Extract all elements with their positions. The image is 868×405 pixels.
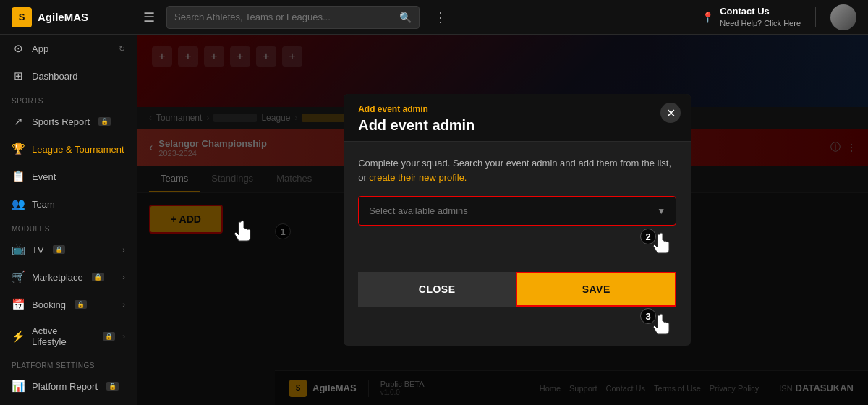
dropdown-chevron-icon: ▼ (657, 206, 665, 216)
modal-create-link[interactable]: create their new profile. (369, 172, 467, 183)
sidebar-item-tv[interactable]: 📺 TV 🔒 › (0, 236, 137, 263)
app-icon: ⊙ (12, 42, 25, 55)
pin-icon: 📍 (702, 12, 714, 23)
booking-icon: 📅 (12, 298, 25, 311)
hamburger-icon[interactable]: ☰ (143, 9, 155, 25)
cursor-area-3: 3 (358, 307, 676, 338)
modal-body: Complete your squad. Search your event a… (344, 142, 691, 346)
sidebar-item-dashboard[interactable]: ⊞ Dashboard (0, 62, 137, 90)
app-name: AgileMAS (38, 11, 88, 23)
select-placeholder: Select available admins (369, 205, 468, 216)
contact-subtitle: Need Help? Click Here (720, 18, 801, 28)
booking-chevron-icon: › (122, 300, 125, 309)
modal-header: Add event admin Add event admin ✕ (344, 94, 691, 142)
active-chevron-icon: › (122, 332, 125, 341)
main-layout: ⊙ App ↻ ⊞ Dashboard Sports ↗ Sports Repo… (0, 35, 868, 405)
sidebar-item-marketplace[interactable]: 🛒 Marketplace 🔒 › (0, 263, 137, 291)
dashboard-icon: ⊞ (12, 69, 25, 82)
booking-lock-badge: 🔒 (75, 300, 87, 309)
active-lifestyle-icon: ⚡ (12, 330, 25, 343)
tv-chevron-icon: › (122, 245, 125, 254)
marketplace-icon: 🛒 (12, 270, 25, 284)
sidebar-item-booking[interactable]: 📅 Booking 🔒 › (0, 291, 137, 318)
sidebar-item-app[interactable]: ⊙ App ↻ (0, 35, 137, 62)
sidebar-item-platform-report[interactable]: 📊 Platform Report 🔒 (0, 372, 137, 400)
sidebar-label-tv: TV (32, 244, 44, 255)
more-options-icon[interactable]: ⋮ (434, 9, 447, 25)
admin-select-dropdown[interactable]: Select available admins ▼ (358, 196, 676, 226)
active-lock-badge: 🔒 (103, 332, 115, 341)
sidebar-item-active-lifestyle[interactable]: ⚡ Active Lifestyle 🔒 › (0, 318, 137, 354)
contact-title: Contact Us (720, 6, 801, 18)
tv-lock-badge: 🔒 (53, 245, 65, 254)
modal-close-button[interactable]: ✕ (660, 103, 681, 123)
marketplace-lock-badge: 🔒 (92, 273, 104, 281)
team-icon: 👥 (12, 197, 25, 210)
sidebar-item-league[interactable]: 🏆 League & Tournament (0, 135, 137, 163)
refresh-icon: ↻ (119, 44, 125, 54)
modal-description: Complete your squad. Search your event a… (358, 156, 676, 184)
sports-report-icon: ↗ (12, 115, 25, 128)
marketplace-chevron-icon: › (122, 273, 125, 281)
sidebar-label-league: League & Tournament (32, 144, 124, 155)
logo-area: S AgileMAS (12, 7, 135, 27)
avatar[interactable] (830, 4, 856, 30)
sidebar-label-booking: Booking (32, 299, 66, 310)
sidebar-label-sports-report: Sports Report (32, 116, 90, 127)
sidebar-item-event[interactable]: 📋 Event (0, 163, 137, 190)
sidebar-section-sports: Sports (0, 90, 137, 108)
modal-footer: CLOSE SAVE (358, 265, 676, 307)
sidebar-label-team: Team (32, 199, 55, 210)
contact-text: Contact Us Need Help? Click Here (720, 6, 801, 28)
sidebar-label-app: App (32, 43, 48, 54)
modal-subtitle: Add event admin (358, 104, 676, 114)
search-icon[interactable]: 🔍 (399, 12, 412, 23)
trophy-icon: 🏆 (12, 142, 25, 155)
search-bar: 🔍 (166, 6, 420, 29)
save-button[interactable]: SAVE (516, 272, 676, 307)
modal-title: Add event admin (358, 117, 676, 134)
sidebar-label-marketplace: Marketplace (32, 272, 83, 283)
content-area: + + + + + + ‹ Tournament › League › ‹ Se… (137, 35, 868, 405)
platform-lock-badge: 🔒 (106, 382, 119, 391)
platform-report-icon: 📊 (12, 380, 25, 393)
sidebar-section-modules: Modules (0, 218, 137, 236)
tv-icon: 📺 (12, 243, 25, 256)
top-navigation: S AgileMAS ☰ 🔍 ⋮ 📍 Contact Us Need Help?… (0, 0, 868, 35)
avatar-image (830, 4, 856, 30)
sidebar-label-event: Event (32, 171, 56, 182)
sidebar-label-active-lifestyle: Active Lifestyle (32, 325, 94, 347)
sidebar-label-dashboard: Dashboard (32, 71, 78, 82)
step-2-label: 2 (640, 229, 656, 244)
add-event-admin-modal: Add event admin Add event admin ✕ Comple… (344, 94, 691, 346)
sidebar-section-platform: Platform Settings (0, 354, 137, 372)
sidebar-item-team[interactable]: 👥 Team (0, 190, 137, 218)
nav-divider (815, 7, 816, 27)
step-3-label: 3 (640, 308, 656, 324)
lock-badge: 🔒 (98, 117, 111, 126)
cursor-area-2: 2 (358, 229, 676, 265)
sidebar: ⊙ App ↻ ⊞ Dashboard Sports ↗ Sports Repo… (0, 35, 137, 405)
event-icon: 📋 (12, 170, 25, 183)
close-modal-button[interactable]: CLOSE (358, 272, 516, 307)
search-input[interactable] (174, 12, 399, 22)
app-logo: S (12, 7, 32, 27)
sidebar-label-platform-report: Platform Report (32, 381, 98, 392)
contact-area: 📍 Contact Us Need Help? Click Here (702, 6, 801, 28)
sidebar-item-sports-report[interactable]: ↗ Sports Report 🔒 (0, 108, 137, 135)
